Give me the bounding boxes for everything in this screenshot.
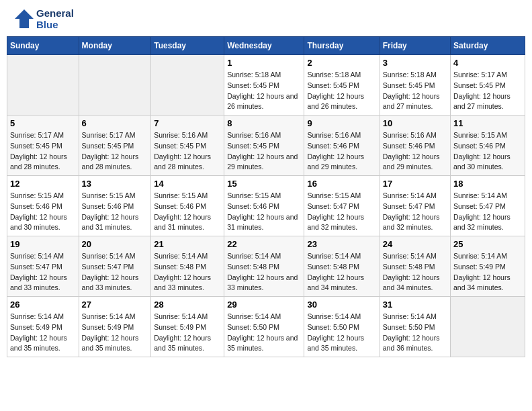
calendar-cell: 28 Sunrise: 5:14 AMSunset: 5:49 PMDaylig… — [151, 297, 224, 357]
day-info: Sunrise: 5:15 AMSunset: 5:46 PMDaylight:… — [227, 191, 301, 233]
day-info: Sunrise: 5:14 AMSunset: 5:48 PMDaylight:… — [154, 251, 221, 293]
day-number: 23 — [307, 239, 376, 249]
day-number: 20 — [82, 239, 148, 249]
logo-text: General Blue — [36, 7, 74, 31]
day-info: Sunrise: 5:15 AMSunset: 5:47 PMDaylight:… — [307, 191, 376, 233]
logo: General Blue — [9, 7, 74, 31]
calendar-cell: 1 Sunrise: 5:18 AMSunset: 5:45 PMDayligh… — [224, 55, 304, 116]
calendar-cell: 30 Sunrise: 5:14 AMSunset: 5:50 PMDaylig… — [304, 297, 380, 357]
column-header-friday: Friday — [380, 37, 450, 55]
calendar-cell: 4 Sunrise: 5:17 AMSunset: 5:45 PMDayligh… — [451, 55, 525, 116]
calendar-week-2: 5 Sunrise: 5:17 AMSunset: 5:45 PMDayligh… — [7, 116, 525, 176]
day-info: Sunrise: 5:17 AMSunset: 5:45 PMDaylight:… — [453, 70, 522, 112]
logo-container: General Blue — [9, 7, 74, 31]
day-info: Sunrise: 5:16 AMSunset: 5:45 PMDaylight:… — [227, 130, 301, 173]
column-header-monday: Monday — [79, 37, 151, 55]
header-row: SundayMondayTuesdayWednesdayThursdayFrid… — [7, 37, 525, 55]
calendar-cell: 8 Sunrise: 5:16 AMSunset: 5:45 PMDayligh… — [224, 116, 304, 176]
calendar-week-3: 12 Sunrise: 5:15 AMSunset: 5:46 PMDaylig… — [7, 176, 525, 236]
day-info: Sunrise: 5:15 AMSunset: 5:46 PMDaylight:… — [82, 191, 148, 233]
calendar-cell: 24 Sunrise: 5:14 AMSunset: 5:48 PMDaylig… — [380, 236, 450, 297]
column-header-saturday: Saturday — [451, 37, 525, 55]
logo-icon — [9, 7, 34, 31]
calendar-cell — [7, 55, 79, 116]
column-header-tuesday: Tuesday — [151, 37, 224, 55]
calendar-cell: 21 Sunrise: 5:14 AMSunset: 5:48 PMDaylig… — [151, 236, 224, 297]
calendar-cell — [79, 55, 151, 116]
calendar-header: SundayMondayTuesdayWednesdayThursdayFrid… — [7, 37, 525, 55]
day-info: Sunrise: 5:14 AMSunset: 5:50 PMDaylight:… — [307, 312, 376, 354]
day-number: 18 — [453, 179, 522, 189]
calendar-week-1: 1 Sunrise: 5:18 AMSunset: 5:45 PMDayligh… — [7, 55, 525, 116]
day-info: Sunrise: 5:14 AMSunset: 5:50 PMDaylight:… — [383, 312, 447, 354]
day-number: 5 — [10, 118, 76, 128]
day-number: 7 — [154, 118, 221, 128]
day-info: Sunrise: 5:17 AMSunset: 5:45 PMDaylight:… — [10, 130, 76, 173]
day-info: Sunrise: 5:14 AMSunset: 5:49 PMDaylight:… — [453, 251, 522, 293]
column-header-wednesday: Wednesday — [224, 37, 304, 55]
day-number: 9 — [307, 118, 376, 128]
calendar-cell: 10 Sunrise: 5:16 AMSunset: 5:46 PMDaylig… — [380, 116, 450, 176]
day-number: 10 — [383, 118, 447, 128]
day-number: 22 — [227, 239, 301, 249]
day-info: Sunrise: 5:14 AMSunset: 5:47 PMDaylight:… — [453, 191, 522, 233]
day-number: 3 — [383, 58, 447, 68]
day-number: 2 — [307, 58, 376, 68]
day-info: Sunrise: 5:14 AMSunset: 5:48 PMDaylight:… — [227, 251, 301, 293]
calendar-cell: 14 Sunrise: 5:15 AMSunset: 5:46 PMDaylig… — [151, 176, 224, 236]
calendar-cell: 9 Sunrise: 5:16 AMSunset: 5:46 PMDayligh… — [304, 116, 380, 176]
calendar-cell: 16 Sunrise: 5:15 AMSunset: 5:47 PMDaylig… — [304, 176, 380, 236]
calendar-cell: 22 Sunrise: 5:14 AMSunset: 5:48 PMDaylig… — [224, 236, 304, 297]
calendar-cell — [151, 55, 224, 116]
calendar-cell: 26 Sunrise: 5:14 AMSunset: 5:49 PMDaylig… — [7, 297, 79, 357]
day-number: 14 — [154, 179, 221, 189]
day-number: 13 — [82, 179, 148, 189]
day-number: 27 — [82, 300, 148, 310]
calendar-cell: 18 Sunrise: 5:14 AMSunset: 5:47 PMDaylig… — [451, 176, 525, 236]
calendar-cell: 7 Sunrise: 5:16 AMSunset: 5:45 PMDayligh… — [151, 116, 224, 176]
day-number: 21 — [154, 239, 221, 249]
calendar-cell: 5 Sunrise: 5:17 AMSunset: 5:45 PMDayligh… — [7, 116, 79, 176]
calendar-body: 1 Sunrise: 5:18 AMSunset: 5:45 PMDayligh… — [7, 55, 525, 357]
day-info: Sunrise: 5:14 AMSunset: 5:49 PMDaylight:… — [154, 312, 221, 354]
calendar-cell: 17 Sunrise: 5:14 AMSunset: 5:47 PMDaylig… — [380, 176, 450, 236]
day-info: Sunrise: 5:14 AMSunset: 5:47 PMDaylight:… — [383, 191, 447, 233]
day-number: 15 — [227, 179, 301, 189]
calendar-table: SundayMondayTuesdayWednesdayThursdayFrid… — [7, 36, 525, 357]
day-info: Sunrise: 5:15 AMSunset: 5:46 PMDaylight:… — [10, 191, 76, 233]
calendar-cell: 19 Sunrise: 5:14 AMSunset: 5:47 PMDaylig… — [7, 236, 79, 297]
calendar-week-4: 19 Sunrise: 5:14 AMSunset: 5:47 PMDaylig… — [7, 236, 525, 297]
day-number: 11 — [453, 118, 522, 128]
day-number: 19 — [10, 239, 76, 249]
day-info: Sunrise: 5:14 AMSunset: 5:50 PMDaylight:… — [227, 312, 301, 354]
day-info: Sunrise: 5:14 AMSunset: 5:48 PMDaylight:… — [383, 251, 447, 293]
calendar-cell: 20 Sunrise: 5:14 AMSunset: 5:47 PMDaylig… — [79, 236, 151, 297]
calendar-cell: 6 Sunrise: 5:17 AMSunset: 5:45 PMDayligh… — [79, 116, 151, 176]
day-number: 6 — [82, 118, 148, 128]
calendar-cell — [451, 297, 525, 357]
calendar-cell: 2 Sunrise: 5:18 AMSunset: 5:45 PMDayligh… — [304, 55, 380, 116]
day-info: Sunrise: 5:15 AMSunset: 5:46 PMDaylight:… — [453, 130, 522, 173]
column-header-thursday: Thursday — [304, 37, 380, 55]
calendar-cell: 27 Sunrise: 5:14 AMSunset: 5:49 PMDaylig… — [79, 297, 151, 357]
day-number: 12 — [10, 179, 76, 189]
calendar-cell: 13 Sunrise: 5:15 AMSunset: 5:46 PMDaylig… — [79, 176, 151, 236]
day-info: Sunrise: 5:17 AMSunset: 5:45 PMDaylight:… — [82, 130, 148, 173]
day-info: Sunrise: 5:16 AMSunset: 5:46 PMDaylight:… — [383, 130, 447, 173]
day-number: 1 — [227, 58, 301, 68]
calendar-cell: 29 Sunrise: 5:14 AMSunset: 5:50 PMDaylig… — [224, 297, 304, 357]
calendar-cell: 3 Sunrise: 5:18 AMSunset: 5:45 PMDayligh… — [380, 55, 450, 116]
day-number: 16 — [307, 179, 376, 189]
calendar-cell: 12 Sunrise: 5:15 AMSunset: 5:46 PMDaylig… — [7, 176, 79, 236]
day-number: 17 — [383, 179, 447, 189]
day-number: 4 — [453, 58, 522, 68]
calendar-cell: 15 Sunrise: 5:15 AMSunset: 5:46 PMDaylig… — [224, 176, 304, 236]
day-number: 28 — [154, 300, 221, 310]
column-header-sunday: Sunday — [7, 37, 79, 55]
day-info: Sunrise: 5:18 AMSunset: 5:45 PMDaylight:… — [227, 70, 301, 112]
day-info: Sunrise: 5:14 AMSunset: 5:49 PMDaylight:… — [10, 312, 76, 354]
day-number: 26 — [10, 300, 76, 310]
day-info: Sunrise: 5:18 AMSunset: 5:45 PMDaylight:… — [307, 70, 376, 112]
calendar-cell: 25 Sunrise: 5:14 AMSunset: 5:49 PMDaylig… — [451, 236, 525, 297]
day-info: Sunrise: 5:14 AMSunset: 5:49 PMDaylight:… — [82, 312, 148, 354]
